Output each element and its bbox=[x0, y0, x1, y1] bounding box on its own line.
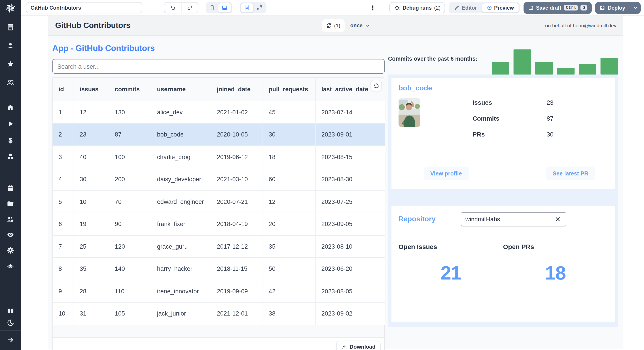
search-input[interactable] bbox=[52, 59, 385, 74]
table-row[interactable]: 430200daisy_developer2021-03-10602023-08… bbox=[53, 168, 385, 190]
folder-icon[interactable] bbox=[0, 200, 21, 208]
table-row[interactable]: 22387bob_code2020-10-05302023-09-01 bbox=[53, 123, 385, 146]
align-center-button[interactable] bbox=[240, 3, 253, 13]
table-cell[interactable]: 2021-03-10 bbox=[211, 168, 263, 190]
table-cell[interactable]: 45 bbox=[262, 101, 315, 123]
table-cell[interactable]: 2023-07-25 bbox=[315, 190, 385, 213]
column-header[interactable]: id bbox=[53, 78, 74, 101]
table-cell[interactable]: 38 bbox=[262, 302, 315, 325]
table-cell[interactable]: 120 bbox=[109, 235, 151, 258]
table-cell[interactable]: charlie_prog bbox=[151, 146, 211, 168]
table-row[interactable]: 835140harry_hacker2018-11-15502023-06-20 bbox=[53, 258, 385, 280]
table-cell[interactable]: 7 bbox=[53, 235, 74, 258]
table-cell[interactable]: 2018-04-19 bbox=[211, 213, 263, 235]
table-row[interactable]: 725120grace_guru2017-12-12352023-08-10 bbox=[53, 235, 385, 258]
deploy-dropdown-button[interactable] bbox=[630, 2, 641, 14]
table-cell[interactable]: grace_guru bbox=[151, 235, 211, 258]
repository-input[interactable] bbox=[465, 216, 554, 223]
table-cell[interactable]: 105 bbox=[109, 302, 151, 325]
column-header[interactable]: issues bbox=[74, 78, 109, 101]
home-icon[interactable] bbox=[0, 103, 21, 112]
table-row[interactable]: 51070edward_engineer2020-07-21122023-07-… bbox=[53, 190, 385, 213]
table-cell[interactable]: 40 bbox=[74, 146, 109, 168]
debug-runs-button[interactable]: Debug runs (2) bbox=[389, 2, 445, 13]
table-cell[interactable]: 42 bbox=[262, 280, 315, 302]
table-cell[interactable]: 2019-09-09 bbox=[211, 280, 263, 302]
table-cell[interactable]: 4 bbox=[53, 168, 74, 190]
schedule-dropdown[interactable]: once bbox=[350, 23, 370, 29]
table-cell[interactable]: 6 bbox=[53, 213, 74, 235]
dollar-icon[interactable]: $ bbox=[0, 136, 21, 144]
table-cell[interactable]: 50 bbox=[262, 258, 315, 280]
table-cell[interactable]: jack_junior bbox=[151, 302, 211, 325]
star-icon[interactable] bbox=[0, 60, 21, 68]
table-cell[interactable]: 130 bbox=[109, 101, 151, 123]
table-refresh-button[interactable] bbox=[370, 80, 382, 91]
table-cell[interactable]: 10 bbox=[53, 302, 74, 325]
table-cell[interactable]: 2021-01-02 bbox=[211, 101, 263, 123]
table-cell[interactable]: 2023-08-05 bbox=[315, 280, 385, 302]
mobile-view-button[interactable] bbox=[206, 3, 218, 13]
table-cell[interactable]: 35 bbox=[74, 258, 109, 280]
eye-icon[interactable] bbox=[0, 230, 21, 239]
table-cell[interactable]: 5 bbox=[53, 190, 74, 213]
clear-icon[interactable]: ✕ bbox=[554, 216, 562, 223]
see-latest-pr-button[interactable]: See latest PR bbox=[546, 167, 595, 180]
download-button[interactable]: Download bbox=[336, 340, 380, 350]
table-cell[interactable]: 90 bbox=[109, 213, 151, 235]
table-cell[interactable]: 140 bbox=[109, 258, 151, 280]
desktop-view-button[interactable] bbox=[218, 3, 231, 13]
windmill-logo-icon[interactable] bbox=[0, 0, 21, 16]
play-icon[interactable] bbox=[0, 120, 21, 128]
table-cell[interactable]: 2019-06-12 bbox=[211, 146, 263, 168]
table-cell[interactable]: 2023-09-01 bbox=[315, 123, 385, 146]
table-cell[interactable]: 70 bbox=[109, 190, 151, 213]
table-cell[interactable]: 28 bbox=[74, 280, 109, 302]
table-cell[interactable]: 35 bbox=[262, 235, 315, 258]
calendar-icon[interactable] bbox=[0, 184, 21, 192]
table-cell[interactable]: 2 bbox=[53, 123, 74, 146]
table-cell[interactable]: 2021-12-01 bbox=[211, 302, 263, 325]
table-cell[interactable]: 87 bbox=[109, 123, 151, 146]
book-icon[interactable] bbox=[0, 307, 21, 315]
table-cell[interactable]: 200 bbox=[109, 168, 151, 190]
editor-tab[interactable]: Editor bbox=[450, 3, 482, 13]
redo-button[interactable] bbox=[181, 3, 198, 13]
table-cell[interactable]: 30 bbox=[74, 168, 109, 190]
kebab-menu-icon[interactable]: ⋮ bbox=[367, 5, 378, 11]
gear-icon[interactable] bbox=[0, 246, 21, 254]
table-cell[interactable]: 2018-11-15 bbox=[211, 258, 263, 280]
table-row[interactable]: 928110irene_innovator2019-09-09422023-08… bbox=[53, 280, 385, 302]
table-cell[interactable]: 2023-09-05 bbox=[315, 213, 385, 235]
save-draft-button[interactable]: Save draft Ctrl S bbox=[524, 2, 592, 14]
expand-button[interactable] bbox=[253, 3, 266, 13]
table-cell[interactable]: bob_code bbox=[151, 123, 211, 146]
table-cell[interactable]: 12 bbox=[74, 101, 109, 123]
building-icon[interactable] bbox=[0, 23, 21, 31]
table-cell[interactable]: 2017-12-12 bbox=[211, 235, 263, 258]
table-cell[interactable]: 19 bbox=[74, 213, 109, 235]
table-cell[interactable]: 25 bbox=[74, 235, 109, 258]
undo-button[interactable] bbox=[164, 3, 181, 13]
column-header[interactable]: pull_requests bbox=[262, 78, 315, 101]
preview-tab[interactable]: Preview bbox=[482, 3, 519, 13]
table-row[interactable]: 1031105jack_junior2021-12-01382023-09-02 bbox=[53, 302, 385, 325]
users-icon[interactable] bbox=[0, 78, 21, 87]
table-cell[interactable]: 110 bbox=[109, 280, 151, 302]
column-header[interactable]: username bbox=[151, 78, 211, 101]
table-cell[interactable]: edward_engineer bbox=[151, 190, 211, 213]
table-cell[interactable]: 3 bbox=[53, 146, 74, 168]
view-profile-button[interactable]: View profile bbox=[424, 167, 468, 180]
table-cell[interactable]: 2023-08-10 bbox=[315, 235, 385, 258]
arrow-right-icon[interactable] bbox=[0, 336, 21, 344]
table-cell[interactable]: alice_dev bbox=[151, 101, 211, 123]
table-cell[interactable]: 12 bbox=[262, 190, 315, 213]
table-cell[interactable]: frank_fixer bbox=[151, 213, 211, 235]
table-row[interactable]: 112130alice_dev2021-01-02452023-07-14 bbox=[53, 101, 385, 123]
table-cell[interactable]: 60 bbox=[262, 168, 315, 190]
table-cell[interactable]: 31 bbox=[74, 302, 109, 325]
table-cell[interactable]: 1 bbox=[53, 101, 74, 123]
table-cell[interactable]: irene_innovator bbox=[151, 280, 211, 302]
table-row[interactable]: 340100charlie_prog2019-06-12182023-08-15 bbox=[53, 146, 385, 168]
table-cell[interactable]: 18 bbox=[262, 146, 315, 168]
